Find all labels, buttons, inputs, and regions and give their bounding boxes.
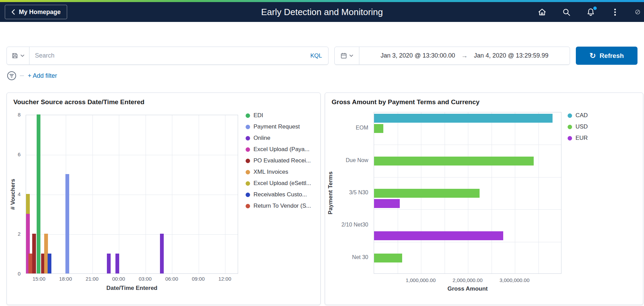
legend-swatch [568,125,572,129]
search-input[interactable] [29,47,304,64]
legend-item[interactable]: Payment Request [246,123,319,130]
y-tick-label: 4 [10,191,21,197]
x-tick-label: 1,000,000.00 [400,277,441,283]
home-icon[interactable] [537,8,547,17]
back-to-homepage-button[interactable]: My Homepage [5,5,67,19]
x-tick-label: 12:00 [211,276,238,282]
bar-segment[interactable] [115,254,119,273]
legend-item[interactable]: EDI [246,112,319,119]
gridline [172,115,172,273]
gridline [374,177,561,178]
x-axis: 15:0018:0021:0000:0003:0006:0009:0012:00 [26,276,238,283]
x-tick-label: 15:00 [25,276,53,282]
calendar-menu-button[interactable] [335,47,359,64]
legend-item[interactable]: Excel Upload (Paya... [246,146,319,153]
bar-segment[interactable] [374,254,402,262]
bar-segment[interactable] [37,114,40,273]
legend-swatch [246,147,250,152]
legend-label: EUR [575,135,588,142]
y-axis-title: Payment Terms [327,171,334,214]
legend-swatch [246,170,250,174]
bar-segment[interactable] [107,254,111,273]
legend-item[interactable]: USD [568,123,641,130]
y-tick-label: 2 [10,231,21,237]
legend-item[interactable]: EUR [568,135,641,142]
x-tick-label: 03:00 [132,276,159,282]
add-filter-button[interactable]: + Add filter [28,72,57,79]
chevron-down-icon [21,54,24,57]
gridline [538,112,539,273]
category-label: 2/10 Net30 [342,222,368,228]
bar-segment[interactable] [374,231,503,240]
page-title: Early Detection and Monitoring [261,7,383,17]
end-date-button[interactable]: Jan 4, 2020 @ 13:29:59.99 [473,51,549,61]
gridline [92,115,93,273]
query-language-button[interactable]: KQL [304,52,328,59]
legend-item[interactable]: PO Evaluated Recei... [246,157,319,164]
kebab-menu-icon[interactable] [610,8,620,17]
category-label: 3/5 N30 [349,189,368,196]
voucher-source-panel: Voucher Source across Date/Time Entered … [7,93,321,305]
dashboard-page: My Homepage Early Detection and Monitori… [0,0,644,306]
gridline [374,242,561,242]
date-range-picker: Jan 3, 2020 @ 13:30:00.00 → Jan 4, 2020 … [334,47,570,65]
filter-icon[interactable] [7,71,16,80]
legend-item[interactable]: CAD [568,112,641,119]
back-button-label: My Homepage [19,9,61,16]
gridline [26,234,238,235]
search-box: KQL [7,47,329,65]
bar-segment[interactable] [32,234,36,273]
gridline [26,155,238,155]
legend-label: XML Invoices [253,169,288,175]
legend-swatch [246,193,250,197]
save-icon [12,52,18,59]
gridline [374,209,561,210]
chart-legend: EDIPayment RequestOnlineExcel Upload (Pa… [246,112,319,209]
filter-divider [20,75,24,76]
legend-item[interactable]: XML Invoices [246,169,319,175]
legend-swatch [568,113,572,118]
x-tick-label: 21:00 [78,276,106,282]
bar-segment[interactable] [374,124,383,133]
bar-segment[interactable] [374,114,553,123]
gridline [146,115,146,273]
header-inner: My Homepage Early Detection and Monitori… [0,2,644,22]
legend-item[interactable]: Receivables Custo... [246,191,319,198]
legend-item[interactable]: Online [246,135,319,142]
bar-segment[interactable] [374,157,534,166]
gridline [515,112,515,273]
x-tick-label: 09:00 [185,276,212,282]
bar-segment[interactable] [44,234,48,273]
legend-label: EDI [253,112,263,119]
saved-query-menu-button[interactable] [7,47,29,64]
panel-title: Voucher Source across Date/Time Entered [13,98,145,106]
bar-segment[interactable] [374,199,400,208]
filter-bar: + Add filter [7,71,57,80]
bar-segment[interactable] [160,234,164,273]
chart-legend: CADUSDEUR [568,112,641,142]
notifications-icon[interactable] [586,8,595,17]
legend-label: Excel Upload (eSettl... [253,180,311,187]
chevron-left-icon [11,9,15,15]
bar-segment[interactable] [26,194,30,214]
legend-swatch [246,125,250,129]
search-icon[interactable] [562,8,571,17]
date-range: Jan 3, 2020 @ 13:30:00.00 → Jan 4, 2020 … [359,51,570,61]
bar-segment[interactable] [65,174,69,273]
start-date-button[interactable]: Jan 3, 2020 @ 13:30:00.00 [380,51,456,61]
bar-segment[interactable] [48,254,51,273]
gross-amount-chart-plot[interactable] [374,112,561,274]
navbar-icon[interactable] [635,7,641,17]
legend-label: Online [253,135,270,142]
refresh-button[interactable]: ↻ Refresh [576,47,637,65]
legend-item[interactable]: Return To Vendor (S... [246,203,319,209]
x-axis-title: Gross Amount [374,285,561,292]
bar-segment[interactable] [374,189,480,198]
query-bar: KQL Jan 3, 2020 @ 13:30:00.00 → Jan 4, 2… [7,47,637,65]
legend-item[interactable]: Excel Upload (eSettl... [246,180,319,187]
legend-label: Receivables Custo... [253,191,307,198]
legend-label: Excel Upload (Paya... [253,146,309,153]
voucher-source-chart-plot[interactable] [26,115,238,274]
legend-label: PO Evaluated Recei... [253,157,311,164]
bar-segment[interactable] [28,254,32,273]
